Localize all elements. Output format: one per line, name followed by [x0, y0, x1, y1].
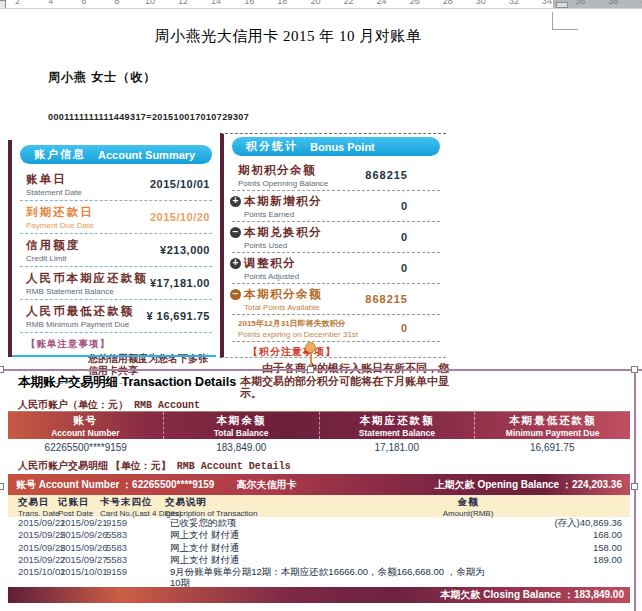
ruler-number: 30 [464, 0, 497, 6]
row-value: 868215 [365, 169, 408, 181]
ruler-number: 40 [630, 0, 642, 6]
trans-date-cell: 2015/09/25 [18, 530, 60, 541]
resize-handle[interactable] [307, 366, 314, 373]
description-cell: 网上支付 财付通 [170, 530, 492, 541]
plus-circle-icon: + [230, 196, 241, 207]
col-cn: 账号 [8, 414, 163, 428]
col-en: Total Balance [164, 428, 319, 438]
plus-circle-icon: + [230, 258, 241, 269]
col-cn: 本期余额 [164, 414, 319, 428]
ruler-number: 22 [332, 0, 365, 6]
column-description: 交易说明 Description of Transaction [165, 496, 258, 518]
column-trans-date: 交易日 Trans. Date [18, 496, 60, 518]
description-cell: 9月份账单账单分期12期：本期应还款16666.00，余额166,668.00 … [170, 567, 492, 588]
selection-border-right[interactable] [634, 369, 636, 611]
transaction-rows: 2015/09/21 2015/09/21 9159 已收妥您的款项 (存入)4… [8, 518, 630, 590]
description-cell: 已收妥您的款项 [170, 518, 492, 529]
rotate-handle[interactable] [305, 342, 316, 353]
post-date-cell: 2015/09/26 [60, 543, 106, 554]
ruler-number: 26 [398, 0, 431, 6]
ruler-number: 18 [266, 0, 299, 6]
row-label-en: Points Used [244, 241, 440, 250]
account-summary-title-cn: 账户信息 [34, 147, 86, 162]
col-en: Amount(RMB) [388, 509, 548, 518]
indent-marker-icon[interactable] [0, 0, 6, 9]
row-label-en: Points expiring on December 31st [238, 330, 440, 339]
column-amount: 金额 Amount(RMB) [388, 496, 548, 518]
table-row: 2015/09/21 2015/09/21 9159 已收妥您的款项 (存入)4… [8, 518, 630, 529]
total-points-row: − 本期积分余额 Total Points Available 868215 [232, 284, 440, 315]
bonus-points-panel: 积分统计 Bonus Point 期初积分余额 Points Openning … [220, 133, 446, 358]
ruler-number: 28 [431, 0, 464, 6]
label-en: RMB Account Details [177, 461, 291, 472]
rmb-summary-header-bar: 账号 Account Number 本期余额 Total Balance 本期应… [8, 412, 630, 439]
amount-cell: (存入)40,869.36 [492, 518, 622, 529]
ocr-code-line: 0001111111111449317=201510017010729307 [48, 112, 249, 122]
points-earned-row: + 本期新增积分 Points Earned 0 [232, 191, 440, 222]
label-en: RMB Account [134, 400, 200, 411]
bonus-points-title-cn: 积分统计 [246, 139, 298, 154]
points-notice: 【积分注意事项】 由于各商户的银行入账日有所不同，您本期交易的部分积分可能将在下… [240, 345, 434, 400]
row-label-en: Points Earned [244, 210, 440, 219]
points-expiring-row: 2015年12月31日即将失效积分 Points expiring on Dec… [232, 315, 440, 342]
word-window: 246810121416182022242628303234363840 周小燕… [0, 0, 642, 611]
total-balance-value: 183,849.00 [164, 442, 320, 453]
row-value: ¥213,000 [160, 244, 210, 256]
rmb-details-label: 人民币账户交易明细 【单位：元】 RMB Account Details [18, 459, 291, 473]
col-cn: 交易日 [18, 496, 60, 509]
row-value: ¥17,181.00 [150, 277, 210, 289]
account-summary-title-en: Account Summary [98, 149, 195, 161]
margin-marker-icon[interactable] [556, 2, 568, 8]
transaction-details-heading: 本期账户交易明细 Transaction Details [18, 374, 236, 391]
statement-date-row: 账单日 Statement Date 2015/10/01 [20, 168, 212, 201]
ruler-number: 4 [34, 0, 67, 6]
col-en: Account Number [8, 428, 163, 438]
points-opening-row: 期初积分余额 Points Openning Balance 868215 [232, 160, 440, 191]
ruler-number: 6 [67, 0, 100, 6]
table-row: 2015/09/25 2015/09/26 5583 网上支付 财付通 168.… [8, 530, 630, 541]
row-label-en: Points Openning Balance [238, 179, 440, 188]
minus-circle-icon: − [230, 227, 241, 238]
ruler-number: 36 [564, 0, 597, 6]
col-cn: 本期最低还款额 [475, 414, 630, 428]
horizontal-ruler[interactable]: 246810121416182022242628303234363840 [0, 0, 642, 9]
resize-handle[interactable] [631, 366, 638, 373]
table-row: 2015/10/01 2015/10/01 9159 9月份账单账单分期12期：… [8, 567, 630, 588]
label-cn: 人民币账户交易明细 【单位：元】 [18, 459, 171, 473]
ruler-number: 10 [133, 0, 166, 6]
row-value: 2015/10/20 [150, 211, 210, 223]
minus-circle-icon: − [230, 289, 241, 300]
account-number-label: 账号 Account Number ：62265500****9159 [16, 478, 214, 492]
row-value: 0 [401, 200, 408, 212]
post-date-cell: 2015/09/21 [60, 518, 106, 529]
row-value: ¥ 16,691.75 [146, 310, 210, 322]
column-post-date: 记账日 Post Date [58, 496, 93, 518]
trans-date-cell: 2015/10/01 [18, 567, 60, 578]
col-cn: 金额 [388, 496, 548, 509]
minimum-payment-value: 16,691.75 [475, 442, 631, 453]
resize-handle[interactable] [0, 366, 4, 373]
table-row: 2015/09/27 2015/09/27 5583 网上支付 财付通 189.… [8, 555, 630, 566]
row-label-cn: 本期积分余额 [244, 287, 440, 302]
row-label-cn: 调整积分 [244, 256, 440, 271]
closing-balance: 本期欠款 Closing Balance ：183,849.00 [441, 588, 624, 602]
ruler-number: 16 [233, 0, 266, 6]
row-value: 2015/10/01 [150, 178, 210, 190]
statement-balance-value: 17,181.00 [319, 442, 475, 453]
row-value: 0 [401, 322, 408, 334]
card-last4-cell: 5583 [106, 530, 170, 541]
account-number-bar: 账号 Account Number ：62265500****9159 高尔夫信… [8, 474, 630, 495]
ruler-number: 24 [365, 0, 398, 6]
resize-handle[interactable] [631, 483, 638, 490]
payment-due-date-row: 到期还款日 Payment Due Date 2015/10/20 [20, 201, 212, 234]
description-cell: 网上支付 财付通 [170, 555, 492, 566]
trans-date-cell: 2015/09/25 [18, 543, 60, 554]
col-cn: 本期应还款额 [320, 414, 475, 428]
selection-border-top[interactable] [0, 369, 642, 371]
post-date-cell: 2015/09/27 [60, 555, 106, 566]
post-date-cell: 2015/09/26 [60, 530, 106, 541]
col-en: Statement Balance [320, 428, 475, 438]
amount-cell: 189.00 [492, 555, 622, 566]
resize-handle[interactable] [0, 483, 4, 490]
trans-date-cell: 2015/09/21 [18, 518, 60, 529]
